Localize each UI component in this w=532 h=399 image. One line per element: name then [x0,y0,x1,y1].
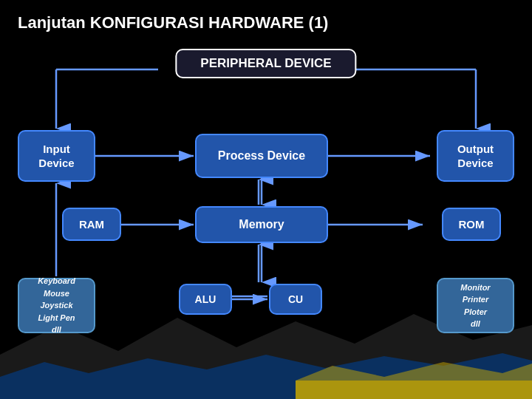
ram-box: RAM [62,208,121,241]
main-content: Lanjutan KONFIGURASI HARDWARE (1) [0,0,532,359]
input-devices-list-box: KeyboardMouseJoystickLight Pendll [18,278,95,333]
process-device-box: Process Device [195,134,328,178]
diagram-container: PERIPHERAL DEVICE InputDevice Process De… [18,49,514,359]
output-device-label: OutputDevice [457,142,494,171]
alu-box: ALU [179,284,232,315]
keyboard-list-label: KeyboardMouseJoystickLight Pendll [38,275,75,336]
monitor-list-label: MonitorPrinterPloterdll [460,282,490,330]
rom-box: ROM [442,208,501,241]
peripheral-device-box: PERIPHERAL DEVICE [175,49,356,78]
input-device-label: InputDevice [38,142,74,171]
output-devices-list-box: MonitorPrinterPloterdll [437,278,514,333]
input-device-box: InputDevice [18,130,95,182]
cu-box: CU [269,284,322,315]
output-device-box: OutputDevice [437,130,514,182]
memory-box: Memory [195,206,328,243]
page-title: Lanjutan KONFIGURASI HARDWARE (1) [18,13,514,33]
